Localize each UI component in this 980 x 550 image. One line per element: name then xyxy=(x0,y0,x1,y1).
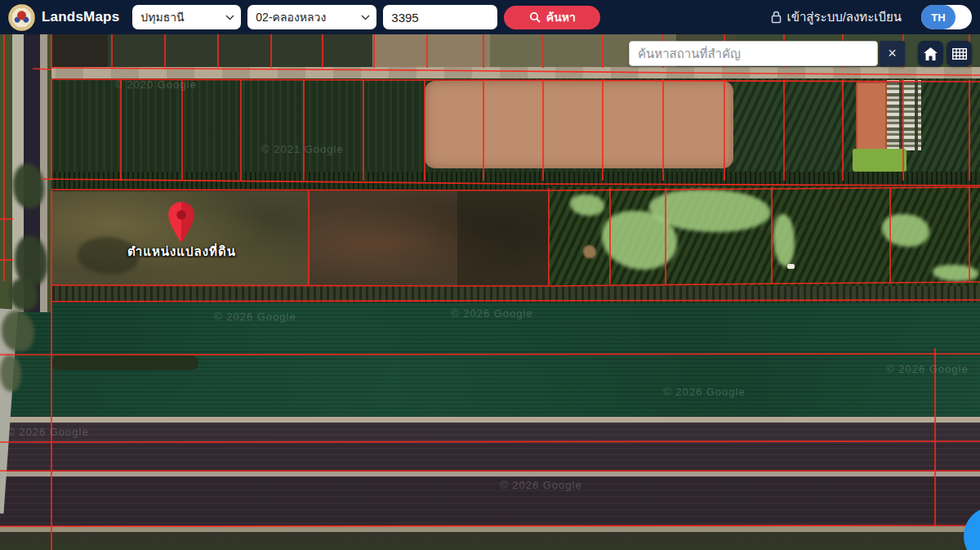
parcel-marker-pin[interactable] xyxy=(167,202,195,243)
layers-grid-button[interactable] xyxy=(947,41,972,66)
department-of-lands-logo-icon xyxy=(8,4,35,31)
terrain-bottom-field xyxy=(0,532,980,550)
terrain-paddy-field-1 xyxy=(0,302,980,355)
close-icon: × xyxy=(888,45,897,62)
map-pin-icon xyxy=(167,202,195,243)
home-icon xyxy=(924,47,938,60)
top-navigation-bar: LandsMaps ปทุมธานี 02-คลองหลวง ค้นหา xyxy=(0,0,980,34)
login-register-link[interactable]: เข้าสู่ระบบ/ลงทะเบียน xyxy=(771,7,902,27)
lock-icon xyxy=(771,11,782,24)
province-select[interactable]: ปทุมธานี xyxy=(132,5,241,29)
terrain-building-orange-roof xyxy=(856,82,887,150)
search-button[interactable]: ค้นหา xyxy=(504,6,600,29)
terrain-dike xyxy=(0,417,980,423)
terrain-tree-overhang xyxy=(10,278,38,311)
province-select-wrap: ปทุมธานี xyxy=(132,5,241,29)
terrain-plowed-paddy-3 xyxy=(0,476,980,526)
home-button[interactable] xyxy=(918,41,943,66)
language-toggle[interactable]: TH xyxy=(921,5,972,29)
district-select[interactable]: 02-คลองหลวง xyxy=(247,5,376,29)
landsmaps-app: LandsMaps ปทุมธานี 02-คลองหลวง ค้นหา xyxy=(0,0,980,550)
clear-search-button[interactable]: × xyxy=(880,41,905,66)
terrain-dark-parcel-edge xyxy=(457,191,549,285)
parcel-number-input[interactable] xyxy=(383,5,497,29)
terrain-dike xyxy=(0,526,980,532)
grid-icon xyxy=(952,48,967,60)
district-select-wrap: 02-คลองหลวง xyxy=(247,5,376,29)
terrain-plowed-paddy-1 xyxy=(0,423,980,442)
app-title: LandsMaps xyxy=(42,9,119,25)
terrain-tree-clump xyxy=(2,311,34,351)
terrain-white-vehicle xyxy=(787,264,795,269)
terrain-dirt-spot xyxy=(583,245,596,258)
terrain-tree-clump xyxy=(51,355,198,370)
terrain-left-strip xyxy=(0,34,51,312)
terrain-dirt-road xyxy=(0,67,980,79)
terrain-plowed-field xyxy=(425,81,733,168)
terrain-clearing xyxy=(773,214,795,266)
search-button-label: ค้นหา xyxy=(546,8,576,26)
parcel-marker-label: ตำแหน่งแปลงที่ดิน xyxy=(94,242,270,262)
terrain-scrub-row xyxy=(0,286,980,302)
map-canvas[interactable]: © 2020 Google© 2021 Google© 2026 Google©… xyxy=(0,34,980,550)
terrain-plowed-paddy-2 xyxy=(0,442,980,472)
language-th-option[interactable]: TH xyxy=(921,5,956,29)
search-icon xyxy=(529,11,541,23)
login-register-label: เข้าสู่ระบบ/ลงทะเบียน xyxy=(787,7,902,27)
terrain-tree-clump xyxy=(0,355,21,391)
terrain-bright-green-field xyxy=(853,149,906,172)
place-search-input[interactable] xyxy=(629,41,878,66)
terrain-parked-trucks xyxy=(887,80,921,150)
